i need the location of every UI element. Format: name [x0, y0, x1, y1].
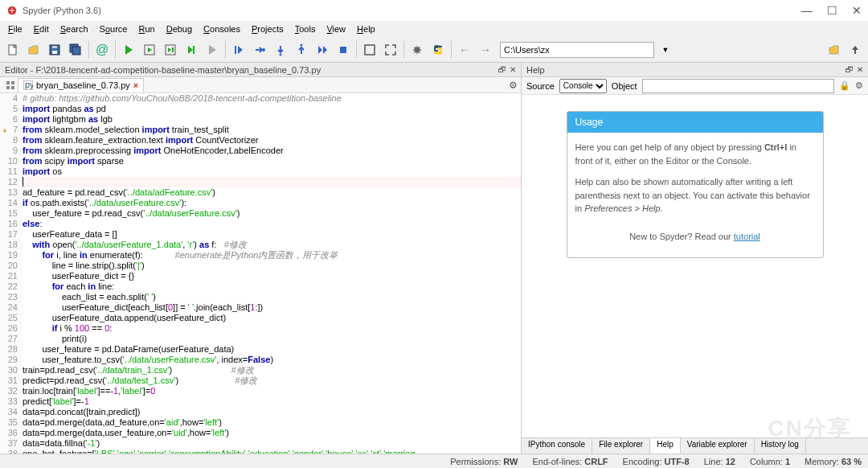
parent-dir-button[interactable]: [845, 40, 865, 60]
code-line[interactable]: 35data=pd.merge(data,ad_feature,on='aid'…: [0, 417, 521, 428]
code-line[interactable]: 9from sklearn.preprocessing import OneHo…: [0, 146, 521, 156]
menu-help[interactable]: Help: [352, 23, 380, 35]
browse-dir-button[interactable]: [825, 40, 844, 60]
tab-help[interactable]: Help: [650, 438, 681, 454]
maximize-button[interactable]: ☐: [827, 4, 837, 17]
code-line[interactable]: 15 user_feature = pd.read_csv('../data/u…: [0, 208, 521, 219]
code-line[interactable]: 6import lightgbm as lgb: [0, 114, 521, 125]
code-line[interactable]: 14if os.path.exists('../data/userFeature…: [0, 198, 521, 208]
code-line[interactable]: 12: [0, 177, 521, 187]
help-object-input[interactable]: [642, 79, 834, 93]
code-line[interactable]: 17 userFeature_data = []: [0, 229, 521, 240]
file-tab[interactable]: py bryan_baseline_0.73.py ×: [18, 78, 144, 92]
stop-debug-button[interactable]: [334, 40, 353, 60]
debug-button[interactable]: [229, 40, 248, 60]
maximize-pane-button[interactable]: [360, 40, 379, 60]
menu-debug[interactable]: Debug: [162, 23, 197, 35]
status-line: Line: 12: [704, 457, 735, 466]
code-line[interactable]: 29 user_feature.to_csv('../data/userFeat…: [0, 355, 521, 365]
code-line[interactable]: 28 user_feature = pd.DataFrame(userFeatu…: [0, 344, 521, 355]
help-options-icon[interactable]: ⚙: [855, 80, 863, 91]
code-line[interactable]: 24 userFeature_dict[each_list[0]] = ' '.…: [0, 302, 521, 313]
run-cell-button[interactable]: [140, 40, 159, 60]
new-file-button[interactable]: [3, 40, 23, 60]
status-column: Column: 1: [750, 457, 790, 466]
code-line[interactable]: 36data=pd.merge(data,user_feature,on='ui…: [0, 428, 521, 438]
code-line[interactable]: 13ad_feature = pd.read_csv('../data/adFe…: [0, 187, 521, 198]
menu-source[interactable]: Source: [95, 23, 133, 35]
code-line[interactable]: 38one_hot_feature=['LBS','age','carrier'…: [0, 449, 521, 454]
close-button[interactable]: ✕: [852, 4, 862, 17]
editor-options-icon[interactable]: ⚙: [509, 80, 518, 91]
code-line[interactable]: 18 with open('../data/userFeature_1.data…: [0, 240, 521, 250]
code-line[interactable]: 21 userFeature_dict = {}: [0, 271, 521, 281]
svg-rect-6: [72, 47, 80, 55]
menu-edit[interactable]: Edit: [29, 23, 54, 35]
fullscreen-button[interactable]: [381, 40, 400, 60]
lock-icon[interactable]: 🔒: [839, 80, 850, 91]
pane-close-icon[interactable]: ✕: [857, 65, 863, 74]
code-line[interactable]: 27 print(i): [0, 334, 521, 344]
code-line[interactable]: 7from sklearn.model_selection import tra…: [0, 125, 521, 135]
code-line[interactable]: 23 each_list = each.split(' '): [0, 292, 521, 302]
tab-history-log[interactable]: History log: [755, 438, 806, 454]
code-line[interactable]: 8from sklearn.feature_extraction.text im…: [0, 135, 521, 146]
at-button[interactable]: @: [92, 40, 112, 60]
step-button[interactable]: [250, 40, 269, 60]
code-line[interactable]: 20 line = line.strip().split('|'): [0, 261, 521, 271]
svg-point-11: [262, 48, 265, 51]
tab-close-icon[interactable]: ×: [133, 80, 138, 90]
code-editor[interactable]: 4# github: https://github.com/YouChouNoB…: [0, 93, 521, 454]
code-line[interactable]: 30train=pd.read_csv('../data/train_1.csv…: [0, 365, 521, 376]
help-pane-titlebar: Help 🗗 ✕: [522, 63, 868, 77]
code-line[interactable]: 25 userFeature_data.append(userFeature_d…: [0, 313, 521, 323]
open-file-button[interactable]: [24, 40, 43, 60]
back-button[interactable]: ←: [455, 40, 474, 60]
run-selection-button[interactable]: [182, 40, 201, 60]
pane-undock-icon[interactable]: 🗗: [845, 65, 854, 74]
code-line[interactable]: 22 for each in line:: [0, 281, 521, 292]
save-all-button[interactable]: [66, 40, 85, 60]
code-line[interactable]: 4# github: https://github.com/YouChouNoB…: [0, 93, 521, 104]
menu-file[interactable]: File: [3, 23, 27, 35]
tab-ipython-console[interactable]: IPython console: [522, 438, 592, 454]
menu-tools[interactable]: Tools: [290, 23, 321, 35]
code-line[interactable]: 11import os: [0, 166, 521, 177]
tab-file-explorer[interactable]: File explorer: [592, 438, 650, 454]
tutorial-link[interactable]: tutorial: [734, 232, 760, 241]
forward-button[interactable]: →: [476, 40, 495, 60]
menu-search[interactable]: Search: [55, 23, 93, 35]
help-source-select[interactable]: Console: [559, 79, 607, 93]
code-line[interactable]: 37data=data.fillna('-1'): [0, 438, 521, 449]
step-into-button[interactable]: [271, 40, 290, 60]
code-line[interactable]: 26 if i % 100 == 0:: [0, 323, 521, 334]
code-line[interactable]: 5import pandas as pd: [0, 104, 521, 114]
rerun-button[interactable]: [203, 40, 222, 60]
menu-consoles[interactable]: Consoles: [199, 23, 245, 35]
save-button[interactable]: [45, 40, 64, 60]
preferences-button[interactable]: [407, 40, 427, 60]
code-line[interactable]: 33predict['label']=-1: [0, 396, 521, 407]
menu-view[interactable]: View: [321, 23, 350, 35]
pythonpath-button[interactable]: [428, 40, 448, 60]
code-line[interactable]: 19 for i, line in enumerate(f): #enumera…: [0, 250, 521, 261]
code-line[interactable]: 16else:: [0, 219, 521, 229]
code-line[interactable]: 32train.loc[train['label']==-1,'label']=…: [0, 386, 521, 396]
working-dir-input[interactable]: [500, 42, 654, 58]
tab-variable-explorer[interactable]: Variable explorer: [681, 438, 755, 454]
status-encoding: Encoding: UTF-8: [623, 457, 690, 466]
code-line[interactable]: 34data=pd.concat([train,predict]): [0, 407, 521, 417]
pane-close-icon[interactable]: ✕: [510, 65, 516, 74]
menu-run[interactable]: Run: [133, 23, 159, 35]
minimize-button[interactable]: —: [801, 4, 813, 17]
path-dropdown-button[interactable]: ▼: [656, 40, 675, 60]
run-button[interactable]: [119, 40, 138, 60]
run-cell-advance-button[interactable]: [161, 40, 180, 60]
file-switcher-button[interactable]: [3, 78, 18, 92]
pane-undock-icon[interactable]: 🗗: [498, 65, 506, 74]
continue-button[interactable]: [313, 40, 332, 60]
code-line[interactable]: 31predict=pd.read_csv('../data/test_1.cs…: [0, 376, 521, 386]
menu-projects[interactable]: Projects: [247, 23, 289, 35]
step-out-button[interactable]: [292, 40, 311, 60]
code-line[interactable]: 10from scipy import sparse: [0, 156, 521, 166]
